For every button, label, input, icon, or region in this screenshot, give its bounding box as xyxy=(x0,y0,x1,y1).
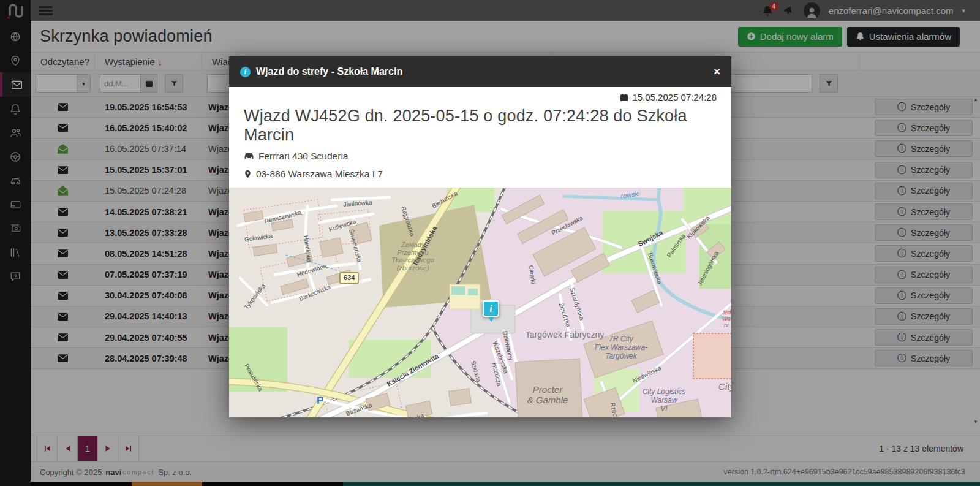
vehicle-line: Ferrrari 430 Scuderia xyxy=(244,151,717,162)
notification-modal: i Wjazd do strefy - Szkoła Marcin × 15.0… xyxy=(229,56,731,417)
modal-title: Wjazd do strefy - Szkoła Marcin xyxy=(256,66,402,77)
close-icon[interactable]: × xyxy=(714,65,720,78)
car-icon xyxy=(244,152,254,161)
app-root: 4 enzoferrari@navicompact.com ▾ Skrzynka… xyxy=(0,0,980,486)
address-line: 03-886 Warszawa Mieszka I 7 xyxy=(244,169,717,180)
event-datetime: 15.05.2025 07:24:28 xyxy=(244,92,717,102)
modal-header: i Wjazd do strefy - Szkoła Marcin × xyxy=(229,56,731,87)
map-canvas xyxy=(229,188,731,417)
event-heading: Wjazd WJ452G dn. 2025-05-15 o godz. 07:2… xyxy=(244,107,717,145)
calendar-icon xyxy=(620,93,628,102)
modal-body: 15.05.2025 07:24:28 Wjazd WJ452G dn. 202… xyxy=(229,87,731,186)
event-map-marker[interactable]: i xyxy=(483,300,499,317)
info-icon: i xyxy=(240,67,251,77)
road-shield-634: 634 xyxy=(339,272,359,284)
parking-icon: P xyxy=(317,395,323,407)
location-pin-icon xyxy=(244,169,252,179)
map[interactable]: Remiszewska Goławicka Handlowa Kuflewska… xyxy=(229,188,731,417)
